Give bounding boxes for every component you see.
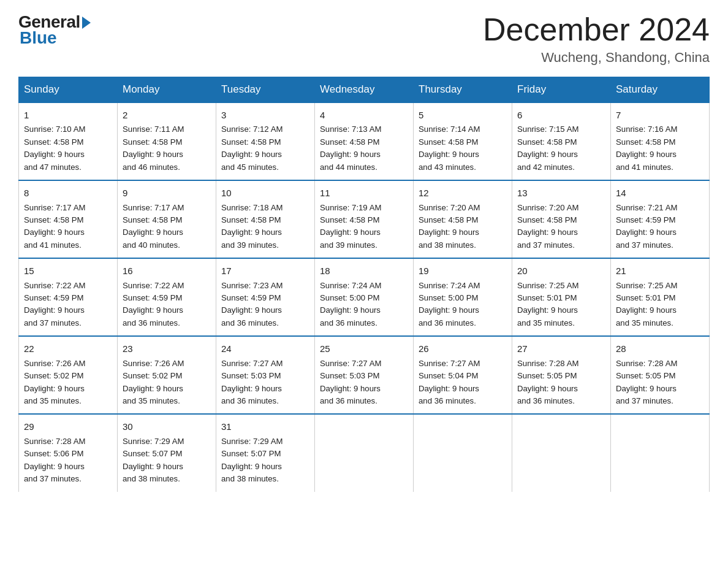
calendar-cell: 1Sunrise: 7:10 AMSunset: 4:58 PMDaylight… — [19, 102, 118, 180]
day-number: 17 — [221, 264, 309, 278]
day-info: Sunrise: 7:17 AMSunset: 4:58 PMDaylight:… — [123, 202, 211, 252]
day-info: Sunrise: 7:29 AMSunset: 5:07 PMDaylight:… — [221, 435, 309, 486]
calendar-cell: 6Sunrise: 7:15 AMSunset: 4:58 PMDaylight… — [512, 102, 611, 180]
day-number: 13 — [517, 186, 605, 200]
day-number: 8 — [24, 186, 112, 200]
calendar-cell: 29Sunrise: 7:28 AMSunset: 5:06 PMDayligh… — [19, 414, 118, 491]
calendar-cell: 27Sunrise: 7:28 AMSunset: 5:05 PMDayligh… — [512, 336, 611, 414]
calendar-week-4: 22Sunrise: 7:26 AMSunset: 5:02 PMDayligh… — [19, 336, 710, 414]
calendar-week-2: 8Sunrise: 7:17 AMSunset: 4:58 PMDaylight… — [19, 180, 710, 258]
calendar-cell: 26Sunrise: 7:27 AMSunset: 5:04 PMDayligh… — [414, 336, 512, 414]
day-info: Sunrise: 7:13 AMSunset: 4:58 PMDaylight:… — [320, 123, 408, 174]
calendar-cell — [512, 414, 611, 491]
calendar-cell: 22Sunrise: 7:26 AMSunset: 5:02 PMDayligh… — [19, 336, 118, 414]
logo: General Blue — [18, 12, 91, 48]
title-area: December 2024 Wucheng, Shandong, China — [483, 12, 710, 66]
day-info: Sunrise: 7:27 AMSunset: 5:04 PMDaylight:… — [419, 358, 507, 408]
day-info: Sunrise: 7:27 AMSunset: 5:03 PMDaylight:… — [221, 358, 309, 408]
header-day-tuesday: Tuesday — [216, 77, 315, 103]
day-number: 10 — [221, 186, 309, 200]
day-info: Sunrise: 7:10 AMSunset: 4:58 PMDaylight:… — [24, 123, 112, 174]
day-info: Sunrise: 7:29 AMSunset: 5:07 PMDaylight:… — [123, 435, 211, 486]
calendar-table: SundayMondayTuesdayWednesdayThursdayFrid… — [18, 77, 710, 491]
day-number: 27 — [517, 342, 605, 356]
day-info: Sunrise: 7:28 AMSunset: 5:05 PMDaylight:… — [517, 358, 605, 408]
day-info: Sunrise: 7:27 AMSunset: 5:03 PMDaylight:… — [320, 358, 408, 408]
day-info: Sunrise: 7:23 AMSunset: 4:59 PMDaylight:… — [221, 280, 309, 330]
day-number: 29 — [24, 419, 112, 434]
day-number: 25 — [320, 342, 408, 356]
calendar-cell: 30Sunrise: 7:29 AMSunset: 5:07 PMDayligh… — [118, 414, 216, 491]
day-info: Sunrise: 7:25 AMSunset: 5:01 PMDaylight:… — [616, 280, 704, 330]
calendar-cell: 2Sunrise: 7:11 AMSunset: 4:58 PMDaylight… — [118, 102, 216, 180]
calendar-cell — [414, 414, 512, 491]
day-info: Sunrise: 7:20 AMSunset: 4:58 PMDaylight:… — [419, 202, 507, 252]
calendar-cell — [611, 414, 710, 491]
calendar-cell — [315, 414, 414, 491]
day-number: 18 — [320, 264, 408, 278]
month-year: December 2024 — [483, 12, 710, 47]
day-info: Sunrise: 7:12 AMSunset: 4:58 PMDaylight:… — [221, 123, 309, 174]
day-info: Sunrise: 7:24 AMSunset: 5:00 PMDaylight:… — [320, 280, 408, 330]
day-number: 9 — [123, 186, 211, 200]
calendar-cell: 21Sunrise: 7:25 AMSunset: 5:01 PMDayligh… — [611, 258, 710, 336]
calendar-cell: 9Sunrise: 7:17 AMSunset: 4:58 PMDaylight… — [118, 180, 216, 258]
header-day-wednesday: Wednesday — [315, 77, 414, 103]
day-info: Sunrise: 7:11 AMSunset: 4:58 PMDaylight:… — [123, 123, 211, 174]
day-number: 24 — [221, 342, 309, 356]
day-info: Sunrise: 7:26 AMSunset: 5:02 PMDaylight:… — [24, 358, 112, 408]
day-info: Sunrise: 7:16 AMSunset: 4:58 PMDaylight:… — [616, 123, 704, 174]
day-info: Sunrise: 7:28 AMSunset: 5:05 PMDaylight:… — [616, 358, 704, 408]
day-number: 5 — [419, 108, 507, 122]
calendar-cell: 3Sunrise: 7:12 AMSunset: 4:58 PMDaylight… — [216, 102, 315, 180]
day-number: 19 — [419, 264, 507, 278]
day-info: Sunrise: 7:21 AMSunset: 4:59 PMDaylight:… — [616, 202, 704, 252]
calendar-cell: 10Sunrise: 7:18 AMSunset: 4:58 PMDayligh… — [216, 180, 315, 258]
calendar-week-5: 29Sunrise: 7:28 AMSunset: 5:06 PMDayligh… — [19, 414, 710, 491]
day-info: Sunrise: 7:14 AMSunset: 4:58 PMDaylight:… — [419, 123, 507, 174]
header-day-friday: Friday — [512, 77, 611, 103]
calendar-cell: 4Sunrise: 7:13 AMSunset: 4:58 PMDaylight… — [315, 102, 414, 180]
header-day-saturday: Saturday — [611, 77, 710, 103]
day-number: 11 — [320, 186, 408, 200]
day-number: 6 — [517, 108, 605, 122]
day-info: Sunrise: 7:20 AMSunset: 4:58 PMDaylight:… — [517, 202, 605, 252]
day-info: Sunrise: 7:22 AMSunset: 4:59 PMDaylight:… — [123, 280, 211, 330]
day-number: 4 — [320, 108, 408, 122]
day-info: Sunrise: 7:17 AMSunset: 4:58 PMDaylight:… — [24, 202, 112, 252]
day-number: 28 — [616, 342, 704, 356]
day-number: 23 — [123, 342, 211, 356]
day-number: 7 — [616, 108, 704, 122]
calendar-cell: 5Sunrise: 7:14 AMSunset: 4:58 PMDaylight… — [414, 102, 512, 180]
calendar-cell: 8Sunrise: 7:17 AMSunset: 4:58 PMDaylight… — [19, 180, 118, 258]
calendar-cell: 13Sunrise: 7:20 AMSunset: 4:58 PMDayligh… — [512, 180, 611, 258]
calendar-week-1: 1Sunrise: 7:10 AMSunset: 4:58 PMDaylight… — [19, 102, 710, 180]
day-number: 22 — [24, 342, 112, 356]
header-day-sunday: Sunday — [19, 77, 118, 103]
calendar-cell: 24Sunrise: 7:27 AMSunset: 5:03 PMDayligh… — [216, 336, 315, 414]
header-day-monday: Monday — [118, 77, 216, 103]
header-day-thursday: Thursday — [414, 77, 512, 103]
calendar-cell: 28Sunrise: 7:28 AMSunset: 5:05 PMDayligh… — [611, 336, 710, 414]
day-number: 15 — [24, 264, 112, 278]
day-info: Sunrise: 7:18 AMSunset: 4:58 PMDaylight:… — [221, 202, 309, 252]
day-number: 21 — [616, 264, 704, 278]
day-number: 26 — [419, 342, 507, 356]
calendar-cell: 12Sunrise: 7:20 AMSunset: 4:58 PMDayligh… — [414, 180, 512, 258]
day-number: 12 — [419, 186, 507, 200]
calendar-cell: 17Sunrise: 7:23 AMSunset: 4:59 PMDayligh… — [216, 258, 315, 336]
day-number: 16 — [123, 264, 211, 278]
day-number: 2 — [123, 108, 211, 122]
day-number: 20 — [517, 264, 605, 278]
day-info: Sunrise: 7:15 AMSunset: 4:58 PMDaylight:… — [517, 123, 605, 174]
calendar-cell: 31Sunrise: 7:29 AMSunset: 5:07 PMDayligh… — [216, 414, 315, 491]
day-number: 31 — [221, 419, 309, 434]
calendar-cell: 20Sunrise: 7:25 AMSunset: 5:01 PMDayligh… — [512, 258, 611, 336]
calendar-cell: 16Sunrise: 7:22 AMSunset: 4:59 PMDayligh… — [118, 258, 216, 336]
calendar-cell: 11Sunrise: 7:19 AMSunset: 4:58 PMDayligh… — [315, 180, 414, 258]
calendar-cell: 19Sunrise: 7:24 AMSunset: 5:00 PMDayligh… — [414, 258, 512, 336]
calendar-cell: 23Sunrise: 7:26 AMSunset: 5:02 PMDayligh… — [118, 336, 216, 414]
day-info: Sunrise: 7:19 AMSunset: 4:58 PMDaylight:… — [320, 202, 408, 252]
day-info: Sunrise: 7:22 AMSunset: 4:59 PMDaylight:… — [24, 280, 112, 330]
page-header: General Blue December 2024 Wucheng, Shan… — [18, 12, 710, 66]
